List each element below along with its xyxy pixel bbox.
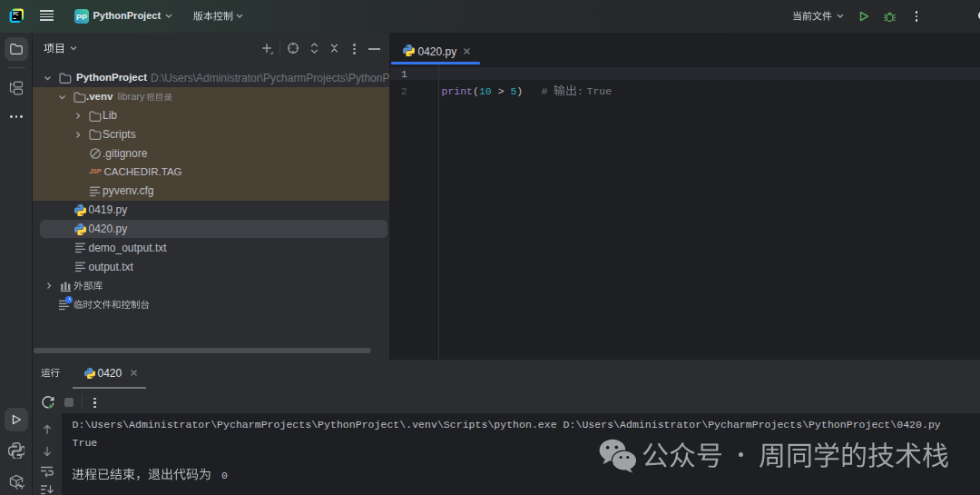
svg-text:PP: PP [76,13,87,22]
svg-text:PC: PC [13,12,19,16]
